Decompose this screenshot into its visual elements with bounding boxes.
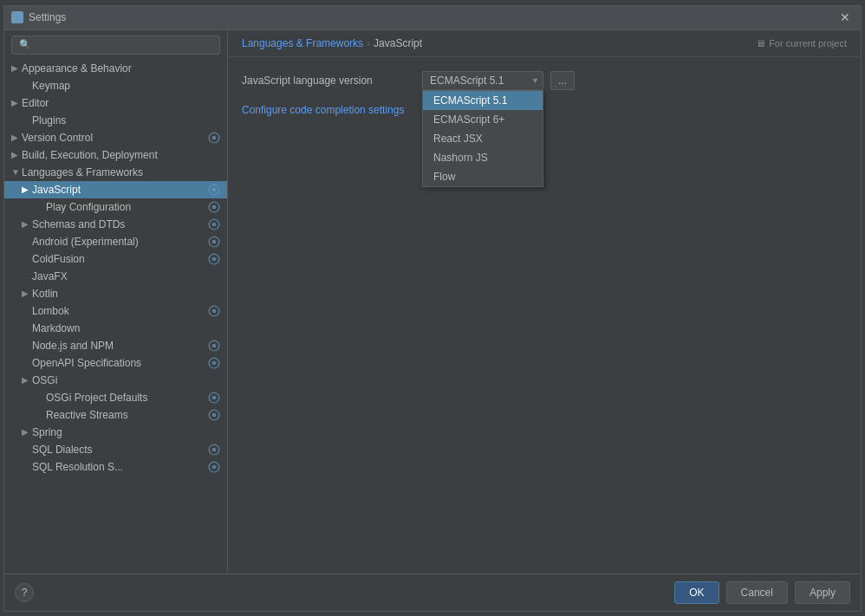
breadcrumb-part2: JavaScript (374, 37, 422, 49)
sidebar-item-node.js-and-npm[interactable]: Node.js and NPM (4, 337, 227, 354)
sidebar-item-label: JavaScript (32, 184, 205, 196)
sidebar-item-android-(experimental)[interactable]: Android (Experimental) (4, 233, 227, 250)
sidebar-item-plugins[interactable]: Plugins (4, 112, 227, 129)
apply-button[interactable]: Apply (795, 581, 850, 604)
ellipsis-button[interactable]: ... (550, 71, 575, 90)
svg-point-15 (212, 343, 217, 347)
svg-point-3 (212, 187, 217, 191)
sidebar-item-osgi-project-defaults[interactable]: OSGi Project Defaults (4, 389, 227, 406)
dropdown-item-react-jsx[interactable]: React JSX (423, 129, 543, 148)
sidebar-item-editor[interactable]: ▶Editor (4, 94, 227, 112)
search-box[interactable]: 🔍 (11, 36, 220, 55)
sidebar-item-label: Schemas and DTDs (32, 218, 205, 230)
svg-point-5 (212, 204, 217, 209)
svg-point-9 (212, 239, 217, 243)
sidebar-item-label: Lombok (32, 305, 205, 317)
sidebar-item-label: Kotlin (32, 288, 220, 300)
sidebar-item-sql-resolution-s...[interactable]: SQL Resolution S... (4, 458, 227, 476)
help-button[interactable]: ? (15, 583, 34, 602)
svg-point-1 (212, 135, 217, 139)
sidebar-item-label: Node.js and NPM (32, 340, 205, 352)
title-bar: Settings ✕ (4, 6, 861, 30)
svg-point-25 (212, 464, 217, 469)
monitor-icon: 🖥 (756, 38, 765, 49)
sidebar-item-version-control[interactable]: ▶Version Control (4, 129, 227, 146)
configure-link-row: Configure code completion settings (242, 104, 847, 116)
sidebar-item-languages-&-frameworks[interactable]: ▼Languages & Frameworks (4, 164, 227, 181)
sidebar-item-label: ColdFusion (32, 253, 205, 265)
settings-icon (208, 444, 220, 456)
sidebar-item-kotlin[interactable]: ▶Kotlin (4, 285, 227, 302)
language-select-wrapper: ECMAScript 5.1 ▼ ECMAScript 5.1ECMAScrip… (422, 71, 543, 90)
settings-icon (208, 236, 220, 248)
svg-point-21 (212, 412, 217, 417)
svg-point-7 (212, 222, 217, 226)
configure-code-completion-link[interactable]: Configure code completion settings (242, 104, 404, 116)
sidebar-item-keymap[interactable]: Keymap (4, 77, 227, 94)
sidebar-item-reactive-streams[interactable]: Reactive Streams (4, 406, 227, 424)
sidebar-item-javascript[interactable]: ▶JavaScript (4, 181, 227, 198)
chevron-down-icon: ▼ (531, 76, 539, 85)
sidebar: 🔍 ▶Appearance & Behavior Keymap▶Editor P… (4, 30, 228, 574)
sidebar-item-label: Markdown (32, 322, 220, 334)
sidebar-item-schemas-and-dtds[interactable]: ▶Schemas and DTDs (4, 216, 227, 233)
dropdown-item-ecmascript-6+[interactable]: ECMAScript 6+ (423, 110, 543, 129)
arrow-icon: ▶ (22, 375, 32, 385)
breadcrumb-separator: › (367, 37, 370, 49)
arrow-icon: ▶ (22, 185, 32, 194)
arrow-icon: ▶ (11, 133, 22, 142)
language-select-button[interactable]: ECMAScript 5.1 ▼ (422, 71, 543, 90)
ok-button[interactable]: OK (674, 581, 719, 604)
sidebar-item-sql-dialects[interactable]: SQL Dialects (4, 441, 227, 458)
sidebar-list: ▶Appearance & Behavior Keymap▶Editor Plu… (4, 60, 227, 574)
sidebar-item-label: OpenAPI Specifications (32, 357, 205, 369)
sidebar-item-spring[interactable]: ▶Spring (4, 424, 227, 441)
settings-dialog: Settings ✕ 🔍 ▶Appearance & Behavior Keym… (3, 5, 862, 612)
sidebar-item-coldfusion[interactable]: ColdFusion (4, 250, 227, 268)
sidebar-item-label: SQL Dialects (32, 444, 205, 456)
language-version-row: JavaScript language version ECMAScript 5… (242, 71, 847, 90)
sidebar-item-label: Build, Execution, Deployment (22, 149, 220, 161)
sidebar-item-label: OSGi (32, 374, 220, 386)
search-input[interactable] (35, 39, 212, 51)
sidebar-item-lombok[interactable]: Lombok (4, 302, 227, 320)
app-icon (11, 11, 23, 23)
dropdown-item-ecmascript-5.1[interactable]: ECMAScript 5.1 (423, 91, 543, 110)
settings-icon (208, 392, 220, 404)
for-project-label: 🖥 For current project (756, 38, 847, 49)
sidebar-item-label: OSGi Project Defaults (46, 392, 205, 404)
svg-point-23 (212, 447, 217, 451)
sidebar-item-markdown[interactable]: Markdown (4, 320, 227, 337)
breadcrumb-part1[interactable]: Languages & Frameworks (242, 37, 363, 49)
sidebar-item-label: SQL Resolution S... (32, 461, 205, 473)
sidebar-item-javafx[interactable]: JavaFX (4, 268, 227, 285)
settings-icon (208, 409, 220, 421)
sidebar-item-label: Play Configuration (46, 201, 205, 213)
sidebar-item-osgi[interactable]: ▶OSGi (4, 372, 227, 389)
language-version-label: JavaScript language version (242, 75, 415, 87)
sidebar-item-openapi-specifications[interactable]: OpenAPI Specifications (4, 354, 227, 372)
sidebar-item-play-configuration[interactable]: Play Configuration (4, 198, 227, 216)
arrow-icon: ▶ (22, 289, 32, 298)
settings-icon (208, 184, 220, 196)
settings-icon (208, 201, 220, 213)
cancel-button[interactable]: Cancel (726, 581, 788, 604)
dialog-title: Settings (29, 11, 66, 23)
sidebar-item-label: Version Control (22, 132, 205, 144)
dropdown-item-nashorn-js[interactable]: Nashorn JS (423, 148, 543, 167)
title-bar-content: Settings (11, 11, 66, 23)
close-button[interactable]: ✕ (836, 10, 854, 25)
sidebar-item-label: Plugins (32, 114, 220, 126)
arrow-icon: ▶ (22, 427, 32, 437)
sidebar-item-label: Spring (32, 426, 220, 438)
main-panel: Languages & Frameworks › JavaScript 🖥 Fo… (228, 30, 861, 574)
sidebar-item-appearance-&-behavior[interactable]: ▶Appearance & Behavior (4, 60, 227, 77)
settings-icon (208, 253, 220, 265)
svg-point-19 (212, 395, 217, 399)
search-icon: 🔍 (19, 39, 31, 50)
dropdown-item-flow[interactable]: Flow (423, 167, 543, 186)
sidebar-item-label: Languages & Frameworks (22, 166, 220, 178)
settings-icon (208, 305, 220, 317)
sidebar-item-build,-execution,-deployment[interactable]: ▶Build, Execution, Deployment (4, 146, 227, 164)
settings-icon (208, 340, 220, 352)
